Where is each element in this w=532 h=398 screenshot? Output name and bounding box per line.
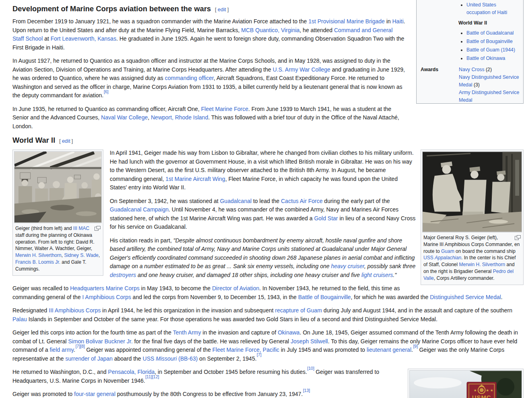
text-run: He returned to Washington, D.C., and [12,369,108,375]
text-run: Islands in September and October of the … [27,316,438,322]
reference-link[interactable]: [13] [303,388,310,393]
reference-link[interactable]: [10] [307,366,314,371]
wiki-link[interactable]: Battle of Guam (1944) [466,47,515,53]
wiki-link[interactable]: Sidney S. Wade [64,252,99,258]
paragraph: From December 1919 to January 1921, he w… [12,17,405,52]
edit-link[interactable]: edit [62,138,70,144]
wiki-link[interactable]: Newport, Rhode Island [151,114,208,121]
edit-bracket: [ [59,138,61,144]
wiki-link[interactable]: Palau [12,316,27,322]
wiki-link[interactable]: Tenth Army [173,329,201,336]
photo-guam-command[interactable] [422,151,522,232]
wiki-link[interactable]: heavy cruiser [331,263,364,269]
wiki-link[interactable]: Battle of Bougainville [466,39,513,44]
wiki-link[interactable]: Battle of Bougainville [298,294,351,300]
wiki-link[interactable]: Haiti [392,18,404,25]
wiki-link[interactable]: lieutenant general [367,347,411,353]
reference-link[interactable]: [7] [257,352,262,357]
infobox-awards-label: Awards [420,66,459,104]
text-run: , in September and October 1945 before r… [155,369,307,375]
wiki-link[interactable]: III Amphibious Corps [49,307,101,314]
wiki-link[interactable]: Director of Aviation [212,285,259,291]
infobox-awards-row: Awards Navy Cross (2) Navy Distinguished… [420,66,520,104]
infobox-battles-awards: United States occupation of Haiti World … [416,0,524,104]
wiki-link[interactable]: 1st Provisional Marine Brigade [308,18,385,25]
reference-link[interactable]: [6] [104,89,109,94]
section-title: World War II [12,136,55,144]
edit-link[interactable]: edit [218,6,226,12]
wiki-link[interactable]: USS [423,255,435,261]
text-run: , Corps Artillery commander. [434,275,495,281]
award-line: Navy Distinguished Service Medal (3) [459,74,520,89]
thumbnail-guam-command: Major General Roy S. Geiger (left), Mari… [421,150,524,285]
wiki-link[interactable]: Headquarters Marine Corps [70,285,140,291]
text-run: during July and August 1944, and in the … [322,307,512,314]
reference-marker: [7] [257,352,262,357]
text-run: . [501,294,503,300]
wiki-link[interactable]: MCB Quantico, Virginia [241,27,300,33]
reference-marker: [11] [145,374,152,379]
wiki-link[interactable]: Fleet Marine Force [201,106,248,112]
magnify-icon[interactable] [94,226,101,230]
reference-link[interactable]: [12] [152,374,159,379]
wiki-link[interactable]: Guam [441,248,454,254]
list-item: Battle of Okinawa [466,55,520,62]
award-line: Navy Cross (2) [459,66,520,74]
wiki-link[interactable]: destroyers [110,272,136,278]
wiki-link[interactable]: Cactus Air Force [281,198,322,204]
list-item: Battle of Guadalcanal [466,29,520,37]
wiki-link[interactable]: Fleet Marine Force, Pacific [212,347,279,353]
reference-link[interactable]: [8] [80,344,85,349]
wiki-link[interactable]: Merwin H. Silverthorn [15,252,62,258]
wiki-link[interactable]: United States occupation of Haiti [466,2,507,15]
reference-link[interactable]: [7] [76,344,80,349]
list-item: United States occupation of Haiti [466,1,520,16]
thumbnail-caption: Geiger (third from left) and III MAC sta… [14,223,102,274]
paragraph: In June 1935, he returned to Quantico as… [12,105,405,131]
magnify-icon[interactable] [515,235,521,240]
wiki-link[interactable]: USS [143,355,156,362]
section-title: Development of Marine Corps aviation bet… [12,4,211,13]
photo-okinawa-planning[interactable] [14,151,102,223]
wiki-link[interactable]: Guadalcanal [220,198,252,204]
wiki-link[interactable]: Appalachian [435,255,461,261]
wiki-link[interactable]: Gold Star [314,215,338,222]
text-run: In June 1935, he returned to Quantico as… [12,106,201,112]
photo-usmc-sign[interactable]: ★ ★ ★ ★ ★ USMC [409,370,522,398]
wiki-link[interactable]: commanding officer [165,75,214,81]
wiki-link[interactable]: Army Distinguished Service Medal [459,90,519,103]
reference-link[interactable]: [9] [413,344,418,349]
reference-marker: [9] [413,344,418,349]
reference-marker: [7] [76,344,80,349]
text-run: at [43,35,50,42]
wiki-link[interactable]: four-star general [74,391,115,397]
wiki-link[interactable]: Naval War College [101,114,148,121]
wiki-link[interactable]: Okinawa [278,329,300,336]
wiki-link[interactable]: III MAC [73,226,89,231]
wiki-link[interactable]: Distinguished Service Medal [430,294,501,300]
text-run: , he attended [300,27,334,33]
wiki-link[interactable]: U.S. Army War College [273,66,330,73]
wiki-link[interactable]: 1st Marine Aircraft Wing [166,176,226,182]
reference-link[interactable]: [11] [145,374,152,379]
wiki-link[interactable]: recapture of Guam [275,307,322,314]
wiki-link[interactable]: Battle of Okinawa [466,55,505,61]
wiki-link[interactable]: Guadalcanal Campaign [110,206,168,213]
wiki-link[interactable]: Navy Cross [459,67,485,72]
wiki-link[interactable]: light cruisers [362,272,393,278]
wiki-link[interactable]: Merwin H. Silverthorn [459,262,505,267]
text-run: and led the corps from November 9, to De… [131,294,298,300]
wiki-link[interactable]: field army [50,347,74,353]
wiki-link[interactable]: (BB-63) [177,355,198,362]
text-run: during the early part of the [322,198,390,204]
wiki-link[interactable]: Battle of Guadalcanal [466,30,514,36]
wiki-link[interactable]: Missouri [156,355,177,362]
wiki-link[interactable]: I Amphibious Corps [82,294,131,300]
wiki-link[interactable]: Joseph Stilwell [291,338,328,345]
text-run: in July 1945 and was promoted to [279,347,367,353]
wiki-link[interactable]: Navy Distinguished Service Medal [459,74,519,88]
caption-text: Geiger (third from left) and III MAC sta… [15,226,100,272]
wiki-link[interactable]: Francis B. Loomis Jr. [15,259,60,265]
wiki-link[interactable]: surrender of Japan [66,355,113,362]
wiki-link[interactable]: Fort Leavenworth, Kansas [51,35,116,42]
